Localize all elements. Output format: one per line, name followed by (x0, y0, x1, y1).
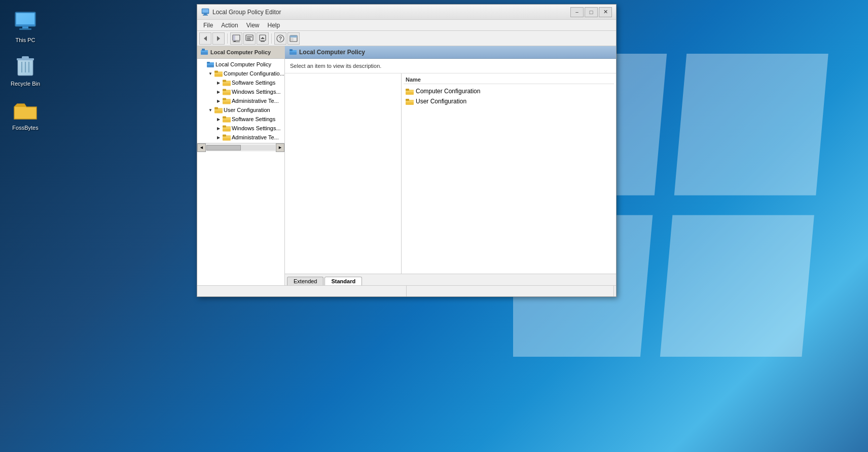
svg-rect-24 (233, 35, 235, 41)
svg-rect-33 (261, 41, 265, 42)
expand-icon-at-cc[interactable]: ▶ (214, 97, 223, 105)
menu-bar: File Action View Help (197, 20, 616, 31)
fossbytes-label: FossBytes (12, 124, 38, 131)
minimize-button[interactable]: − (570, 7, 584, 17)
this-pc-icon (13, 10, 38, 34)
right-main-panel: Name Computer Configuration (402, 73, 616, 274)
horizontal-scrollbar[interactable]: ◄ ► (197, 143, 284, 152)
recycle-bin-icon (13, 54, 38, 78)
tree-label-uc: User Configuration (224, 107, 270, 113)
folder-icon-lcp (206, 60, 214, 68)
svg-rect-41 (202, 49, 205, 51)
svg-rect-18 (204, 14, 207, 15)
expand-icon-uc[interactable]: ▼ (206, 106, 214, 114)
tree-label-ss-uc: Software Settings (232, 116, 275, 122)
tab-extended[interactable]: Extended (287, 277, 323, 285)
tree-header: Local Computer Policy (197, 46, 284, 59)
tree-item-software-settings-uc[interactable]: ▶ Software Settings (197, 115, 284, 124)
scroll-right-arrow[interactable]: ► (276, 143, 284, 152)
expand-icon-ss-cc[interactable]: ▶ (214, 79, 223, 87)
desktop-icon-recycle-bin[interactable]: Recycle Bin (5, 54, 46, 87)
right-content-area: Name Computer Configuration (285, 73, 616, 274)
menu-view[interactable]: View (242, 21, 264, 30)
svg-rect-12 (22, 56, 29, 59)
tree-item-admin-te-cc[interactable]: ▶ Administrative Te... (197, 96, 284, 105)
right-left-panel (285, 73, 402, 274)
tree-label-at-uc: Administrative Te... (232, 134, 279, 140)
desktop: This PC (0, 0, 868, 452)
svg-rect-8 (19, 28, 31, 30)
svg-rect-50 (223, 80, 226, 82)
menu-action[interactable]: Action (217, 21, 242, 30)
folder-icon-uc (214, 106, 223, 114)
tab-standard[interactable]: Standard (324, 277, 362, 285)
title-bar: Local Group Policy Editor − □ ✕ (197, 5, 616, 20)
right-pane-description: Select an item to view its description. (285, 59, 616, 73)
svg-rect-3 (660, 215, 814, 357)
status-bar (197, 285, 616, 296)
right-pane: Local Computer Policy Select an item to … (285, 46, 616, 285)
tree-item-user-configuration[interactable]: ▼ User Configuration (197, 105, 284, 115)
list-item-computer-configuration[interactable]: Computer Configuration (404, 86, 614, 96)
desktop-icon-this-pc[interactable]: This PC (5, 10, 46, 44)
svg-marker-32 (261, 37, 265, 39)
toolbar-separator-1 (227, 33, 228, 44)
export-button[interactable] (257, 32, 269, 45)
right-header-icon (289, 48, 297, 56)
tree-label-ws-cc: Windows Settings... (232, 89, 281, 95)
scroll-left-arrow[interactable]: ◄ (197, 143, 206, 152)
status-panel-2 (407, 286, 614, 296)
expand-icon-cc[interactable]: ▼ (206, 69, 214, 78)
svg-rect-17 (202, 9, 208, 13)
forward-button[interactable] (212, 32, 225, 45)
tree-item-admin-te-uc[interactable]: ▶ Administrative Te... (197, 133, 284, 142)
name-column-header: Name (404, 76, 614, 84)
svg-text:?: ? (279, 36, 282, 42)
tree-item-software-settings-cc[interactable]: ▶ Software Settings (197, 78, 284, 87)
tree-header-label: Local Computer Policy (210, 49, 271, 55)
tree-item-local-computer-policy[interactable]: Local Computer Policy (197, 60, 284, 69)
expand-icon-ss-uc[interactable]: ▶ (214, 115, 223, 123)
window-controls: − □ ✕ (570, 7, 612, 17)
expand-icon-ws-cc[interactable]: ▶ (214, 88, 223, 96)
extra-button[interactable] (287, 32, 300, 45)
tree-label-at-cc: Administrative Te... (232, 98, 279, 104)
tree-pane[interactable]: Local Computer Policy Local Computer Pol… (197, 46, 285, 285)
menu-file[interactable]: File (199, 21, 217, 30)
tree-label-ss-cc: Software Settings (232, 80, 275, 86)
back-button[interactable] (199, 32, 211, 45)
tree-item-windows-settings-uc[interactable]: ▶ Windows Settings... (197, 124, 284, 133)
right-header-label: Local Computer Policy (299, 49, 365, 56)
close-button[interactable]: ✕ (599, 7, 612, 17)
tree-content: Local Computer Policy ▼ Computer Configu… (197, 59, 284, 143)
menu-help[interactable]: Help (264, 21, 284, 30)
scroll-track[interactable] (206, 145, 275, 150)
expand-icon-at-uc[interactable]: ▶ (214, 133, 223, 141)
list-label-uc: User Configuration (416, 98, 466, 105)
folder-icon-ws-cc (223, 88, 231, 96)
svg-rect-37 (290, 35, 297, 37)
desktop-icon-fossbytes[interactable]: FossBytes (5, 98, 46, 131)
folder-icon-cc (214, 69, 223, 78)
status-panel-1 (199, 286, 407, 296)
svg-rect-62 (223, 117, 226, 119)
tree-header-icon (200, 48, 208, 56)
expand-icon-ws-uc[interactable]: ▶ (214, 124, 223, 132)
window-title: Local Group Policy Editor (212, 9, 570, 16)
desktop-icons-container: This PC (0, 0, 51, 141)
tree-item-windows-settings-cc[interactable]: ▶ Windows Settings... (197, 87, 284, 96)
svg-rect-29 (247, 38, 250, 39)
svg-rect-28 (247, 36, 252, 37)
svg-marker-22 (217, 36, 220, 41)
show-hide-console-button[interactable] (230, 32, 242, 45)
list-item-user-configuration[interactable]: User Configuration (404, 96, 614, 106)
scroll-thumb[interactable] (206, 145, 241, 150)
toolbar-separator-2 (271, 33, 272, 44)
svg-rect-30 (247, 40, 251, 41)
tree-item-computer-configuration[interactable]: ▼ Computer Configuratio... (197, 69, 284, 78)
maximize-button[interactable]: □ (585, 7, 598, 17)
recycle-bin-label: Recycle Bin (11, 80, 40, 87)
help-button[interactable]: ? (274, 32, 286, 45)
svg-rect-59 (214, 107, 218, 109)
properties-button[interactable] (243, 32, 256, 45)
